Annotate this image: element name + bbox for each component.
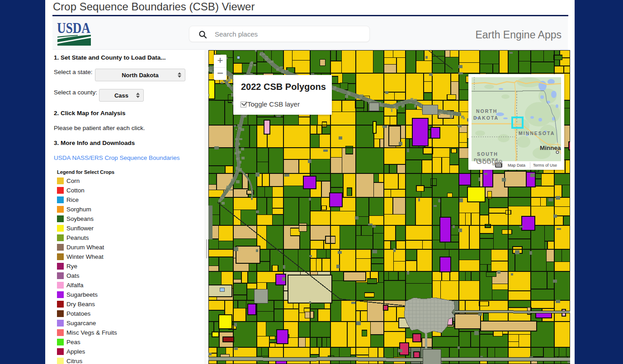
svg-text:SOUTH: SOUTH <box>477 151 498 157</box>
svg-text:DAKOTA: DAKOTA <box>473 115 499 121</box>
svg-text:Minneap: Minneap <box>540 145 561 151</box>
svg-text:USDA: USDA <box>57 21 90 36</box>
svg-text:NORTH: NORTH <box>476 108 497 114</box>
svg-text:MINNESOTA: MINNESOTA <box>519 131 555 136</box>
